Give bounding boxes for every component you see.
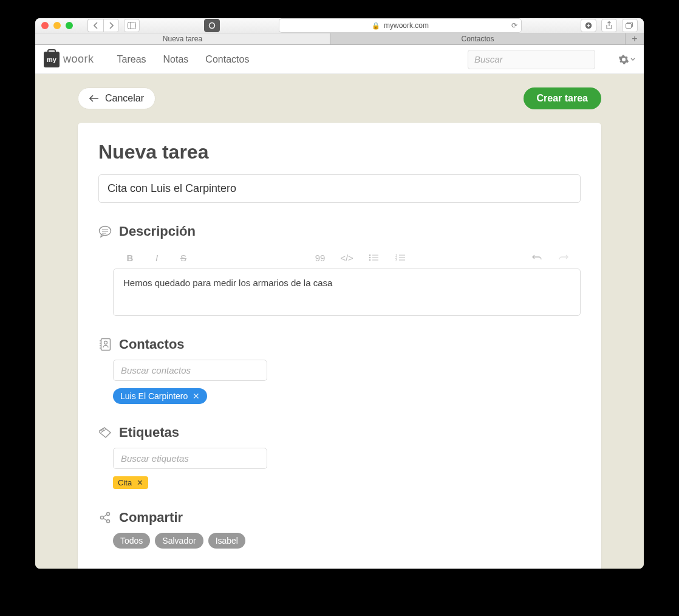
svg-point-23 bbox=[104, 341, 107, 344]
chip-label: Luis El Carpintero bbox=[120, 391, 188, 401]
browser-tab-0[interactable]: Nueva tarea bbox=[35, 33, 330, 44]
window-zoom-button[interactable] bbox=[66, 22, 73, 29]
section-heading-contacts: Contactos bbox=[119, 337, 185, 352]
reload-icon[interactable]: ⟳ bbox=[511, 21, 517, 30]
svg-point-11 bbox=[369, 257, 371, 259]
briefcase-icon: my bbox=[44, 52, 60, 67]
description-editor[interactable]: Hemos quedado para medir los armarios de… bbox=[113, 269, 581, 316]
svg-point-30 bbox=[107, 513, 110, 516]
contacts-search-input[interactable] bbox=[113, 360, 267, 381]
create-task-button[interactable]: Crear tarea bbox=[524, 87, 602, 109]
form-card: Nueva tarea Descripción B I S 99 bbox=[78, 123, 601, 569]
redo-button[interactable] bbox=[550, 249, 577, 266]
tag-chip[interactable]: Cita ✕ bbox=[113, 476, 148, 489]
lock-icon: 🔒 bbox=[372, 22, 380, 30]
sidebar-toggle-button[interactable] bbox=[124, 19, 140, 32]
bold-button[interactable]: B bbox=[117, 249, 143, 266]
app-navbar: my woork Tareas Notas Contactos bbox=[35, 45, 644, 74]
svg-line-32 bbox=[103, 515, 107, 517]
ol-button[interactable]: 123 bbox=[387, 249, 414, 266]
tab-label: Nueva tarea bbox=[163, 35, 202, 43]
address-bar[interactable]: 🔒 mywoork.com ⟳ bbox=[279, 18, 522, 33]
tab-label: Contactos bbox=[461, 35, 494, 43]
svg-point-29 bbox=[101, 516, 104, 519]
address-book-icon bbox=[98, 338, 112, 351]
italic-button[interactable]: I bbox=[143, 249, 170, 266]
global-search-input[interactable] bbox=[468, 50, 595, 69]
cancel-label: Cancelar bbox=[105, 93, 144, 104]
share-option-salvador[interactable]: Salvador bbox=[155, 533, 203, 549]
code-button[interactable]: </> bbox=[333, 249, 360, 266]
svg-point-31 bbox=[107, 520, 110, 523]
privacy-button[interactable] bbox=[204, 19, 220, 32]
gear-icon bbox=[618, 54, 629, 65]
settings-menu[interactable] bbox=[618, 54, 635, 65]
window-minimize-button[interactable] bbox=[53, 22, 61, 29]
nav-forward-button[interactable] bbox=[103, 19, 119, 32]
section-heading-share: Compartir bbox=[119, 510, 183, 525]
cancel-button[interactable]: Cancelar bbox=[78, 87, 155, 109]
browser-tab-1[interactable]: Contactos bbox=[330, 33, 626, 44]
remove-chip-icon[interactable]: ✕ bbox=[193, 391, 200, 401]
contact-chip[interactable]: Luis El Carpintero ✕ bbox=[113, 388, 207, 404]
window-close-button[interactable] bbox=[41, 22, 49, 29]
strike-button[interactable]: S bbox=[170, 249, 197, 266]
svg-rect-5 bbox=[626, 24, 632, 29]
svg-rect-0 bbox=[128, 22, 136, 29]
nav-back-button[interactable] bbox=[87, 19, 103, 32]
speech-bubble-icon bbox=[98, 225, 112, 238]
ul-button[interactable] bbox=[360, 249, 387, 266]
svg-point-12 bbox=[369, 259, 371, 261]
chip-label: Cita bbox=[118, 478, 132, 487]
svg-point-6 bbox=[100, 227, 111, 236]
url-text: mywoork.com bbox=[384, 21, 429, 30]
arrow-left-icon bbox=[89, 95, 99, 102]
brand-text: woork bbox=[63, 53, 94, 66]
undo-button[interactable] bbox=[524, 249, 550, 266]
section-heading-tags: Etiquetas bbox=[119, 425, 179, 440]
share-button[interactable] bbox=[601, 19, 617, 32]
browser-titlebar: 🔒 mywoork.com ⟳ bbox=[35, 18, 644, 33]
quote-button[interactable]: 99 bbox=[307, 249, 333, 266]
chevron-down-icon bbox=[630, 58, 635, 61]
svg-line-33 bbox=[103, 518, 107, 521]
nav-link-notas[interactable]: Notas bbox=[163, 54, 189, 65]
browser-tabbar: Nueva tarea Contactos + bbox=[35, 33, 644, 45]
svg-point-2 bbox=[210, 23, 215, 29]
downloads-button[interactable] bbox=[581, 19, 596, 32]
nav-link-tareas[interactable]: Tareas bbox=[117, 54, 146, 65]
editor-toolbar: B I S 99 </> 123 bbox=[113, 247, 581, 269]
nav-link-contactos[interactable]: Contactos bbox=[205, 54, 249, 65]
page-title: Nueva tarea bbox=[98, 141, 581, 163]
tags-search-input[interactable] bbox=[113, 448, 267, 469]
svg-text:3: 3 bbox=[395, 258, 397, 261]
tabs-overview-button[interactable] bbox=[622, 19, 638, 32]
new-tab-button[interactable]: + bbox=[626, 33, 644, 44]
share-option-todos[interactable]: Todos bbox=[113, 533, 150, 549]
remove-chip-icon[interactable]: ✕ bbox=[137, 478, 143, 487]
share-icon bbox=[98, 511, 112, 524]
brand[interactable]: my woork bbox=[44, 52, 94, 67]
browser-window: 🔒 mywoork.com ⟳ Nueva tarea Contactos + … bbox=[35, 18, 644, 569]
tag-icon bbox=[98, 426, 112, 439]
task-title-input[interactable] bbox=[98, 174, 581, 203]
share-option-isabel[interactable]: Isabel bbox=[208, 533, 245, 549]
svg-point-10 bbox=[369, 255, 371, 256]
section-heading-description: Descripción bbox=[119, 224, 196, 239]
